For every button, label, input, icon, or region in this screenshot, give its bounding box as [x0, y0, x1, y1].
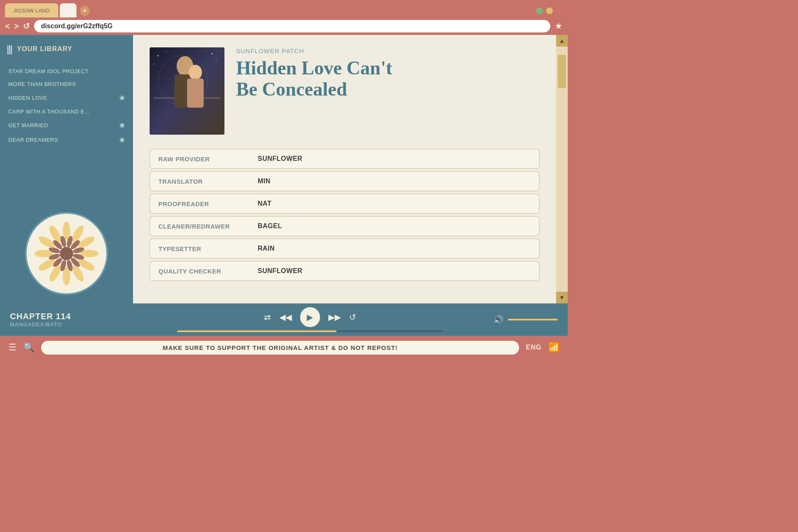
scrollbar[interactable]: ▲ ▼	[556, 35, 568, 303]
manga-title: Hidden Love Can't Be Concealed	[236, 58, 539, 100]
credit-name: MIN	[249, 171, 539, 191]
sunflower-emblem	[25, 212, 108, 295]
table-row: TYPESETTER RAIN	[150, 239, 539, 259]
volume-control: 🔊	[493, 315, 558, 325]
progress-fill	[177, 330, 337, 332]
previous-button[interactable]: ◀◀	[279, 312, 292, 322]
library-icon: |||	[7, 43, 12, 55]
list-item[interactable]: HIDDEN LOVE ❀	[7, 91, 126, 105]
player-info: CHAPTER 114 MANGADEX/BATO	[10, 312, 126, 328]
role-label: CLEANER/REDRAWER	[150, 216, 249, 236]
sidebar-logo	[7, 212, 126, 295]
svg-point-32	[158, 55, 159, 57]
scroll-up-button[interactable]: ▲	[556, 35, 568, 47]
table-row: RAW PROVIDER SUNFLOWER	[150, 149, 539, 169]
active-tab[interactable]	[60, 3, 76, 17]
table-row: QUALITY CHECKER SUNFLOWER	[150, 261, 539, 281]
scroll-down-button[interactable]: ▼	[556, 292, 568, 303]
list-item[interactable]: CARP WITH A THOUSAND E...	[7, 105, 126, 118]
role-label: TYPESETTER	[150, 239, 249, 259]
table-row: CLEANER/REDRAWER BAGEL	[150, 216, 539, 236]
heart-icon: ❀	[119, 94, 125, 102]
list-item[interactable]: STAR DREAM IDOL PROJECT	[7, 65, 126, 78]
role-label: TRANSLATOR	[150, 171, 249, 191]
manga-info: SUNFLOWER PATCH Hidden Love Can't Be Con…	[236, 47, 539, 100]
close-button[interactable]	[556, 7, 563, 14]
volume-bar[interactable]	[508, 319, 558, 320]
bookmark-button[interactable]: ★	[554, 21, 563, 32]
scroll-thumb[interactable]	[558, 55, 566, 88]
chapter-label: CHAPTER 114	[10, 312, 126, 321]
svg-point-34	[212, 53, 213, 54]
credit-name: NAT	[249, 194, 539, 214]
list-item[interactable]: GET MARRIED ❀	[7, 118, 126, 133]
library-title: YOUR LIBRARY	[17, 45, 72, 53]
player-controls: ⇄ ◀◀ ▶ ▶▶ ↺	[135, 307, 485, 332]
play-button[interactable]: ▶	[300, 307, 320, 327]
right-panel: SUNFLOWER PATCH Hidden Love Can't Be Con…	[133, 35, 556, 303]
heart-icon: ❀	[119, 121, 125, 129]
minimize-button[interactable]	[536, 7, 543, 14]
svg-point-24	[60, 247, 73, 260]
player-bar: CHAPTER 114 MANGADEX/BATO ⇄ ◀◀ ▶ ▶▶ ↺ 🔊	[0, 303, 568, 336]
repeat-button[interactable]: ↺	[349, 312, 356, 322]
address-bar[interactable]: discord.gg/erG2zffq5G	[34, 20, 550, 32]
credits-table: RAW PROVIDER SUNFLOWER TRANSLATOR MIN PR…	[150, 146, 539, 283]
status-message: MAKE SURE TO SUPPORT THE ORIGINAL ARTIST…	[41, 341, 519, 355]
forward-button[interactable]: >	[14, 22, 19, 30]
group-name: SUNFLOWER PATCH	[236, 47, 539, 54]
volume-icon: 🔊	[493, 315, 504, 325]
shuffle-button[interactable]: ⇄	[264, 312, 271, 322]
next-button[interactable]: ▶▶	[328, 312, 341, 322]
role-label: QUALITY CHECKER	[150, 261, 249, 281]
credit-name: RAIN	[249, 239, 539, 259]
library-header: ||| YOUR LIBRARY	[7, 43, 126, 55]
back-button[interactable]: <	[5, 22, 10, 30]
credit-name: SUNFLOWER	[249, 261, 539, 281]
svg-point-35	[216, 59, 217, 60]
manga-header: SUNFLOWER PATCH Hidden Love Can't Be Con…	[150, 47, 539, 135]
table-row: TRANSLATOR MIN	[150, 171, 539, 191]
inactive-tab[interactable]: JIGSAW LAND	[5, 3, 58, 17]
svg-point-30	[189, 65, 202, 80]
role-label: PROOFREADER	[150, 194, 249, 214]
role-label: RAW PROVIDER	[150, 149, 249, 169]
list-item[interactable]: MORE THAN BROTHERS	[7, 78, 126, 91]
heart-icon: ❀	[119, 136, 125, 144]
credit-name: BAGEL	[249, 216, 539, 236]
svg-rect-31	[187, 79, 204, 108]
svg-point-36	[153, 64, 154, 64]
menu-icon[interactable]: ☰	[8, 342, 17, 353]
nav-bar: < > ↺ discord.gg/erG2zffq5G ★	[0, 17, 568, 35]
inactive-tab-label: JIGSAW LAND	[13, 7, 50, 14]
wifi-icon: 📶	[548, 342, 559, 353]
status-bar: ☰ 🔍 MAKE SURE TO SUPPORT THE ORIGINAL AR…	[0, 336, 568, 359]
maximize-button[interactable]	[546, 7, 553, 14]
svg-point-33	[166, 51, 167, 52]
credit-name: SUNFLOWER	[249, 149, 539, 169]
library-list: STAR DREAM IDOL PROJECT MORE THAN BROTHE…	[7, 65, 126, 205]
table-row: PROOFREADER NAT	[150, 194, 539, 214]
sidebar: ||| YOUR LIBRARY STAR DREAM IDOL PROJECT…	[0, 35, 133, 303]
language-button[interactable]: ENG	[526, 344, 542, 351]
list-item[interactable]: DEAR DREAMERS ❀	[7, 133, 126, 147]
refresh-button[interactable]: ↺	[23, 22, 30, 30]
search-icon[interactable]: 🔍	[23, 342, 34, 353]
controls-row: ⇄ ◀◀ ▶ ▶▶ ↺	[264, 307, 356, 327]
window-controls	[536, 7, 563, 17]
manga-cover	[150, 47, 224, 135]
new-tab-button[interactable]: +	[80, 6, 90, 16]
source-label: MANGADEX/BATO	[10, 321, 126, 328]
progress-bar[interactable]	[177, 330, 443, 332]
